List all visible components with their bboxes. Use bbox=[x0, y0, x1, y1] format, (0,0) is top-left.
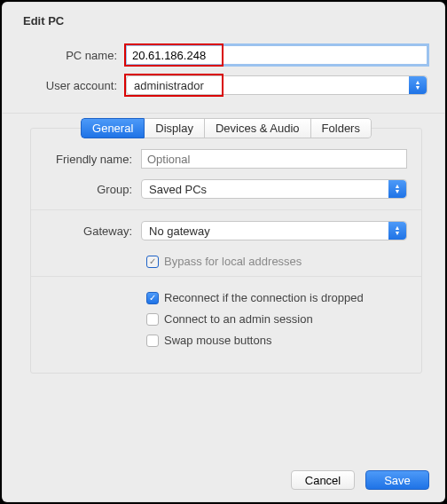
tab-display[interactable]: Display bbox=[145, 118, 205, 138]
group-value: Saved PCs bbox=[149, 183, 406, 196]
user-account-label: User account: bbox=[20, 79, 126, 92]
group-label: Group: bbox=[45, 183, 141, 196]
swap-mouse-checkbox-row: Swap mouse buttons bbox=[31, 330, 421, 351]
dialog-title: Edit PC bbox=[2, 2, 445, 33]
edit-pc-dialog: Edit PC PC name: User account: administr… bbox=[2, 2, 445, 502]
top-form: PC name: User account: administrador bbox=[2, 33, 445, 114]
settings-panel: General Display Devices & Audio Folders … bbox=[30, 128, 422, 374]
friendly-name-input[interactable] bbox=[141, 149, 407, 169]
reconnect-checkbox-row: ✓ Reconnect if the connection is dropped bbox=[31, 287, 421, 309]
save-button[interactable]: Save bbox=[365, 470, 429, 490]
divider bbox=[31, 209, 421, 210]
select-arrows-icon bbox=[388, 180, 406, 198]
tab-devices[interactable]: Devices & Audio bbox=[205, 118, 311, 138]
bypass-checkbox-row: ✓ Bypass for local addresses bbox=[31, 251, 421, 272]
admin-session-checkbox[interactable] bbox=[146, 313, 159, 326]
user-account-value: administrador bbox=[134, 79, 427, 92]
reconnect-checkbox[interactable]: ✓ bbox=[146, 292, 159, 304]
group-select[interactable]: Saved PCs bbox=[141, 179, 407, 199]
tab-general[interactable]: General bbox=[81, 118, 145, 138]
select-arrows-icon bbox=[409, 76, 427, 94]
swap-mouse-checkbox[interactable] bbox=[146, 335, 159, 347]
tab-folders[interactable]: Folders bbox=[311, 118, 372, 138]
divider bbox=[31, 276, 421, 277]
user-account-select[interactable]: administrador bbox=[126, 75, 427, 95]
pc-name-label: PC name: bbox=[20, 49, 126, 62]
bypass-checkbox: ✓ bbox=[146, 256, 159, 268]
swap-mouse-label: Swap mouse buttons bbox=[164, 332, 271, 350]
tabs: General Display Devices & Audio Folders bbox=[81, 118, 372, 138]
gateway-value: No gateway bbox=[149, 224, 406, 238]
admin-session-checkbox-row: Connect to an admin session bbox=[31, 309, 421, 330]
reconnect-label: Reconnect if the connection is dropped bbox=[164, 289, 364, 307]
admin-session-label: Connect to an admin session bbox=[164, 311, 313, 328]
select-arrows-icon bbox=[388, 222, 406, 240]
friendly-name-label: Friendly name: bbox=[45, 153, 141, 166]
gateway-select[interactable]: No gateway bbox=[141, 221, 407, 240]
cancel-button[interactable]: Cancel bbox=[291, 470, 355, 490]
bypass-label: Bypass for local addresses bbox=[164, 253, 302, 271]
gateway-label: Gateway: bbox=[45, 224, 141, 238]
dialog-footer: Cancel Save bbox=[291, 470, 429, 490]
pc-name-input[interactable] bbox=[126, 45, 427, 65]
